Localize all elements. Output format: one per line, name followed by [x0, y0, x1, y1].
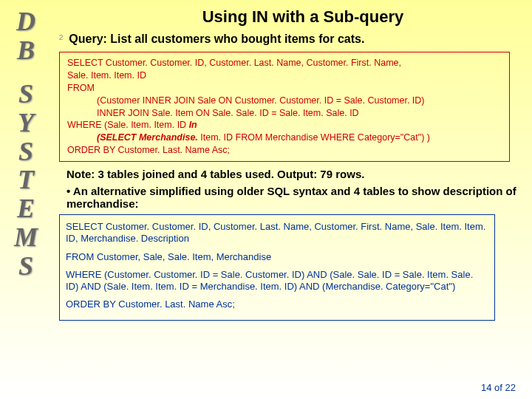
alternative-text: • An alternative simplified using older … [66, 185, 517, 210]
sql-code-primary: SELECT Customer. Customer. ID, Customer.… [59, 52, 510, 162]
code-paragraph: SELECT Customer. Customer. ID, Customer.… [66, 221, 488, 245]
sidebar-letter: E [0, 194, 52, 223]
code-paragraph: ORDER BY Customer. Last. Name Asc; [66, 299, 488, 310]
code-line: INNER JOIN Sale. Item ON Sale. Sale. ID … [67, 107, 502, 120]
sidebar-letter: S [0, 252, 52, 281]
sidebar-letter: S [0, 80, 52, 109]
code-paragraph: FROM Customer, Sale, Sale. Item, Merchan… [66, 251, 488, 263]
code-paragraph: WHERE (Customer. Customer. ID = Sale. Cu… [66, 269, 488, 293]
diamond-bullet-icon: ² [59, 33, 63, 46]
code-line: (Customer INNER JOIN Sale ON Customer. C… [67, 95, 502, 107]
sidebar: D B S Y S T E M S [0, 0, 52, 399]
query-description: Query: List all customers who bought ite… [69, 33, 364, 46]
keyword-in: In [189, 120, 197, 130]
sidebar-letter: D [0, 7, 52, 36]
code-line: Sale. Item. Item. ID [67, 70, 146, 81]
sidebar-letter: B [0, 36, 52, 65]
note-text: Note: 3 tables joined and 4 tables used.… [66, 168, 517, 180]
sql-code-alternative: SELECT Customer. Customer. ID, Customer.… [59, 214, 495, 321]
sidebar-letter: T [0, 166, 52, 194]
query-line: ² Query: List all customers who bought i… [59, 33, 517, 46]
sidebar-letter: M [0, 223, 52, 252]
slide-title: Using IN with a Sub-query [89, 7, 517, 27]
code-line: SELECT Customer. Customer. ID, Customer.… [67, 58, 401, 68]
page-number: 14 of 22 [481, 382, 516, 393]
code-line: FROM [67, 83, 95, 93]
code-line: (SELECT Merchandise. Item. ID FROM Merch… [67, 132, 502, 144]
sidebar-letter: Y [0, 109, 52, 137]
slide-content: Using IN with a Sub-query ² Query: List … [59, 0, 532, 321]
code-line: ORDER BY Customer. Last. Name Asc; [67, 145, 230, 155]
code-line: WHERE (Sale. Item. Item. ID In [67, 120, 197, 130]
sidebar-letter: S [0, 137, 52, 166]
